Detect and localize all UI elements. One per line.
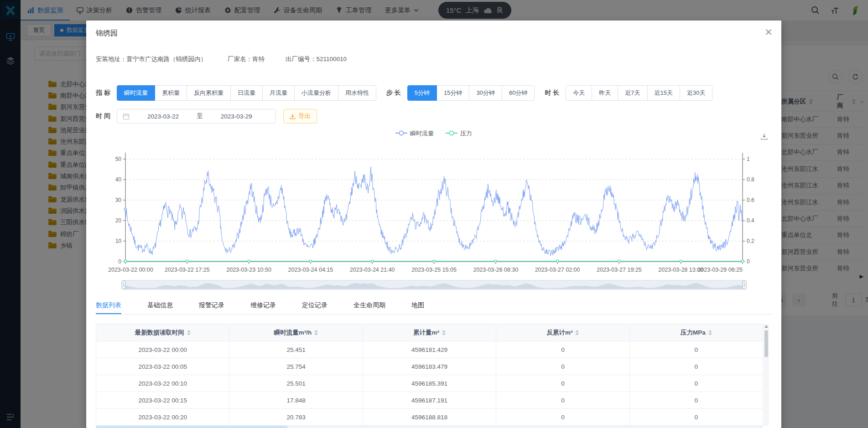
step-option-5分钟[interactable]: 5分钟 <box>407 85 437 101</box>
time-label: 时 间 <box>96 112 110 120</box>
chart-legend: 瞬时流量压力 <box>96 129 772 138</box>
table-cell: 2023-03-22 00:00 <box>96 341 229 358</box>
step-option-60分钟[interactable]: 60分钟 <box>502 85 535 101</box>
svg-text:2023-03-24 04:15: 2023-03-24 04:15 <box>288 267 333 273</box>
svg-text:0.2: 0.2 <box>747 238 754 244</box>
duration-option-近7天[interactable]: 近7天 <box>618 85 647 101</box>
sort-caret-icon[interactable] <box>575 330 579 335</box>
table-cell: 0 <box>496 392 629 409</box>
legend-label: 压力 <box>460 129 472 138</box>
download-icon <box>290 113 296 119</box>
svg-text:10: 10 <box>115 238 122 244</box>
table-cell: 2023-03-22 00:10 <box>96 375 229 392</box>
table-cell: 0 <box>630 358 763 375</box>
legend-marker-icon <box>395 130 407 137</box>
indicator-label: 指 标 <box>96 89 110 97</box>
legend-marker-icon <box>446 130 457 137</box>
app-screen: 数据监测决策分析告警管理统计报表配置管理设备生命周期工单管理更多菜单 15°C … <box>0 0 868 428</box>
svg-text:2023-03-27 19:25: 2023-03-27 19:25 <box>597 267 642 273</box>
duration-option-近15天[interactable]: 近15天 <box>648 85 680 101</box>
detail-tab-定位记录[interactable]: 定位记录 <box>302 301 327 314</box>
indicator-option-月流量[interactable]: 月流量 <box>263 85 295 101</box>
svg-text:20: 20 <box>115 217 122 224</box>
date-separator: 至 <box>197 112 203 120</box>
detail-tab-地图[interactable]: 地图 <box>411 301 424 314</box>
device-detail-modal: ✕ 锦绣园 安装地址：普宁市广达南路（锦绣园内）厂家名：肯特出厂编号：52110… <box>86 21 781 428</box>
indicator-option-小流量分析[interactable]: 小流量分析 <box>295 85 338 101</box>
indicator-option-用水特性[interactable]: 用水特性 <box>338 85 376 101</box>
detail-tab-数据列表[interactable]: 数据列表 <box>96 301 121 314</box>
end-date-value[interactable]: 2023-03-29 <box>203 113 270 120</box>
calendar-icon <box>123 113 130 120</box>
detail-tab-基础信息[interactable]: 基础信息 <box>147 301 173 314</box>
duration-button-group: 今天昨天近7天近15天近30天 <box>566 85 712 101</box>
legend-item-压力[interactable]: 压力 <box>446 129 472 138</box>
indicator-option-反向累积量[interactable]: 反向累积量 <box>187 85 231 101</box>
detail-tab-全生命周期[interactable]: 全生命周期 <box>353 301 385 314</box>
export-button[interactable]: 导出 <box>283 109 317 124</box>
detail-tabs: 数据列表基础信息报警记录维修记录定位记录全生命周期地图 <box>96 301 772 315</box>
table-cell: 2023-03-22 00:20 <box>96 409 229 426</box>
step-option-30分钟[interactable]: 30分钟 <box>469 85 502 101</box>
duration-option-近30天[interactable]: 近30天 <box>680 85 712 101</box>
step-label: 步 长 <box>386 89 401 97</box>
info-出厂编号: 出厂编号：521100010 <box>286 55 347 63</box>
table-cell: 4596185.391 <box>363 375 496 392</box>
sort-caret-icon[interactable] <box>442 330 446 335</box>
detail-tab-维修记录[interactable]: 维修记录 <box>250 301 276 314</box>
svg-text:2023-03-24 21:40: 2023-03-24 21:40 <box>350 267 395 273</box>
sort-caret-icon[interactable] <box>708 330 712 335</box>
svg-text:30: 30 <box>115 197 122 203</box>
start-date-value[interactable]: 2023-03-22 <box>130 113 197 120</box>
duration-option-昨天[interactable]: 昨天 <box>592 85 618 101</box>
chart-canvas[interactable]: 0102030405000.20.40.60.812023-03-22 00:0… <box>96 128 772 292</box>
table-vertical-scrollbar[interactable] <box>764 324 769 426</box>
svg-text:2023-03-23 10:50: 2023-03-23 10:50 <box>226 267 271 273</box>
svg-text:2023-03-25 15:05: 2023-03-25 15:05 <box>411 267 457 273</box>
column-header-压力MPa[interactable]: 压力MPa <box>630 324 763 341</box>
export-button-label: 导出 <box>298 112 311 120</box>
step-option-15分钟[interactable]: 15分钟 <box>437 85 469 101</box>
modal-title: 锦绣园 <box>96 29 772 39</box>
close-icon[interactable]: ✕ <box>763 27 774 38</box>
column-header-瞬时流量m³/h[interactable]: 瞬时流量m³/h <box>229 324 363 341</box>
table-cell: 25.451 <box>229 341 363 358</box>
table-row[interactable]: 2023-03-22 00:2020.7834596188.81800 <box>96 409 763 426</box>
svg-text:2023-03-28 13:00: 2023-03-28 13:00 <box>658 267 703 273</box>
flow-pressure-chart: 瞬时流量压力 0102030405000.20.40.60.812023-03-… <box>96 128 772 292</box>
duration-label: 时 长 <box>545 89 559 97</box>
indicator-option-累积量[interactable]: 累积量 <box>155 85 187 101</box>
table-horizontal-scrollbar[interactable] <box>96 426 763 428</box>
indicator-option-日流量[interactable]: 日流量 <box>231 85 263 101</box>
sort-caret-icon[interactable] <box>314 330 318 335</box>
table-row[interactable]: 2023-03-22 00:1025.5014596185.39100 <box>96 375 763 392</box>
duration-option-今天[interactable]: 今天 <box>566 85 592 101</box>
data-table-header: 最新数据读取时间瞬时流量m³/h累计量m³反累计m³压力MPa <box>96 324 763 341</box>
chart-controls-row: 指 标 瞬时流量累积量反向累积量日流量月流量小流量分析用水特性 步 长 5分钟1… <box>96 85 772 101</box>
date-range-picker[interactable]: 2023-03-22 至 2023-03-29 <box>117 109 276 124</box>
table-cell: 0 <box>496 358 629 375</box>
indicator-option-瞬时流量[interactable]: 瞬时流量 <box>117 85 155 101</box>
svg-text:2023-03-26 08:30: 2023-03-26 08:30 <box>473 267 518 273</box>
detail-tab-报警记录[interactable]: 报警记录 <box>199 301 224 314</box>
table-row[interactable]: 2023-03-22 00:0525.7544596183.47900 <box>96 358 763 375</box>
svg-text:0: 0 <box>747 258 750 265</box>
column-header-反累计m³[interactable]: 反累计m³ <box>496 324 629 341</box>
sort-caret-icon[interactable] <box>187 330 191 335</box>
table-cell: 0 <box>496 341 629 358</box>
table-cell: 4596187.191 <box>363 392 496 409</box>
data-list-table: 最新数据读取时间瞬时流量m³/h累计量m³反累计m³压力MPa 2023-03-… <box>96 324 763 426</box>
table-cell: 0 <box>496 409 629 426</box>
table-cell: 25.754 <box>229 358 363 375</box>
legend-item-瞬时流量[interactable]: 瞬时流量 <box>395 129 434 138</box>
column-header-label: 累计量m³ <box>413 329 439 337</box>
table-row[interactable]: 2023-03-22 00:1517.8484596187.19100 <box>96 392 763 409</box>
svg-text:0.8: 0.8 <box>747 176 754 183</box>
table-row[interactable]: 2023-03-22 00:0025.4514596181.42900 <box>96 341 763 358</box>
svg-text:1: 1 <box>747 156 750 162</box>
legend-label: 瞬时流量 <box>410 129 434 138</box>
table-cell: 0 <box>630 409 763 426</box>
column-header-最新数据读取时间[interactable]: 最新数据读取时间 <box>96 324 229 341</box>
column-header-累计量m³[interactable]: 累计量m³ <box>363 324 496 341</box>
table-cell: 25.501 <box>229 375 363 392</box>
